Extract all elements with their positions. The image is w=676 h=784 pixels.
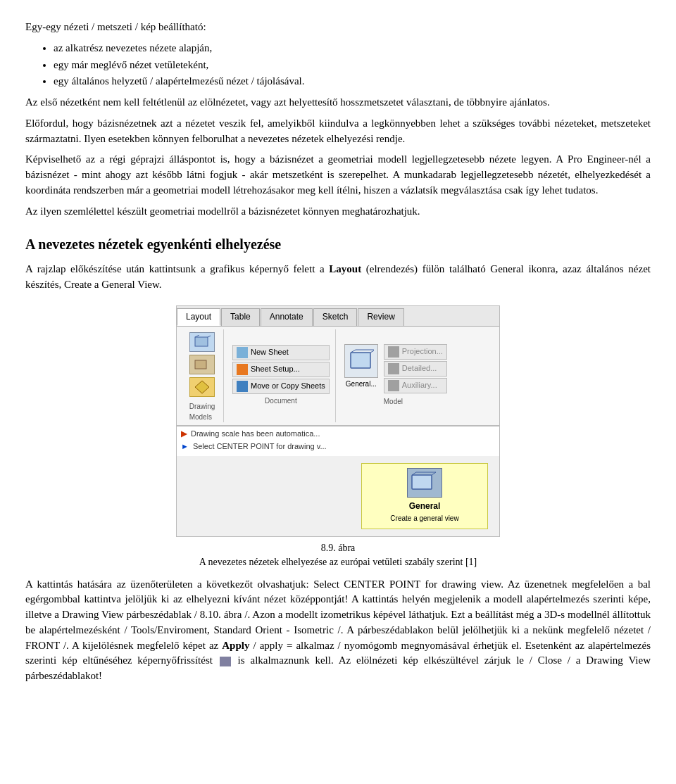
- general-popup: General Create a general view: [361, 463, 488, 529]
- figure-container: Layout Table Annotate Sketch Review: [25, 305, 651, 570]
- general-big-btn[interactable]: [344, 344, 378, 378]
- toolbar-body: DrawingModels New Sheet Sheet Setup...: [177, 327, 499, 426]
- general-label: General...: [346, 379, 377, 390]
- para1-text: A rajzlap előkészítése után kattintsunk …: [25, 263, 329, 274]
- projection-btn[interactable]: Projection...: [384, 344, 447, 360]
- detailed-icon: [388, 363, 399, 374]
- sheet-setup-icon: [237, 364, 248, 375]
- detailed-label: Detailed...: [402, 363, 437, 374]
- svg-rect-0: [195, 337, 208, 346]
- list-intro: Egy-egy nézeti / metszeti / kép beállíth…: [25, 20, 651, 35]
- status-text2: Select CENTER POINT for drawing v...: [193, 441, 327, 453]
- projection-icon: [388, 346, 399, 358]
- move-copy-icon: [237, 381, 248, 392]
- dm-svg3: [194, 380, 211, 394]
- tab-sketch[interactable]: Sketch: [313, 308, 358, 326]
- drawing-models-icons: [187, 329, 218, 400]
- tab-review[interactable]: Review: [358, 308, 403, 326]
- popup-area: General Create a general view: [177, 456, 499, 536]
- general-icon: [349, 348, 374, 374]
- list-item: egy általános helyzetű / alapértelmezésű…: [54, 74, 651, 89]
- section-heading: A nevezetes nézetek egyenkénti elhelyezé…: [25, 234, 651, 255]
- para3: Képviselhető az a régi géprajzi álláspon…: [25, 152, 651, 198]
- sheet-setup-label: Sheet Setup...: [251, 364, 300, 375]
- figure-image: Layout Table Annotate Sketch Review: [176, 305, 500, 537]
- svg-rect-9: [412, 475, 432, 489]
- model-general-row: General... Projection... Detailed...: [344, 344, 489, 407]
- svg-line-11: [432, 472, 436, 475]
- model-group: General... Projection... Detailed...: [339, 329, 495, 422]
- status-text1: Drawing scale has been automatica...: [191, 429, 320, 440]
- page-content: Egy-egy nézeti / metszeti / kép beállíth…: [25, 20, 651, 684]
- status-arrow1: ▶: [181, 429, 187, 440]
- svg-rect-5: [351, 353, 370, 368]
- list-item: egy már meglévő nézet vetületeként,: [54, 58, 651, 73]
- auxiliary-btn[interactable]: Auxiliary...: [384, 378, 447, 393]
- svg-line-7: [370, 350, 374, 353]
- refresh-icon: [220, 657, 231, 666]
- section-para2: A kattintás hatására az üzenőterületen a…: [25, 577, 651, 684]
- toolbar-tabs: Layout Table Annotate Sketch Review: [177, 306, 499, 327]
- document-buttons: New Sheet Sheet Setup... Move or Copy Sh…: [232, 345, 330, 394]
- projection-label: Projection...: [402, 346, 443, 358]
- status-row2: ► Select CENTER POINT for drawing v...: [181, 441, 495, 453]
- para4: Az ilyen szemlélettel készült geometriai…: [25, 204, 651, 220]
- new-sheet-label: New Sheet: [251, 347, 289, 358]
- move-copy-label: Move or Copy Sheets: [251, 381, 325, 392]
- para2: Előfordul, hogy bázisnézetnek azt a néze…: [25, 116, 651, 147]
- figure-caption-line1: 8.9. ábra: [199, 541, 477, 555]
- auxiliary-label: Auxiliary...: [402, 380, 437, 391]
- svg-line-2: [208, 335, 211, 337]
- drawing-models-label: DrawingModels: [189, 402, 215, 422]
- status-row1: ▶ Drawing scale has been automatica...: [181, 429, 495, 440]
- popup-label: General: [409, 500, 441, 512]
- general-section: General...: [344, 344, 378, 407]
- projection-group: Projection... Detailed... Auxiliary... M…: [384, 344, 447, 407]
- figure-caption: 8.9. ábra A nevezetes nézetek elhelyezés…: [199, 541, 477, 570]
- svg-marker-4: [195, 381, 209, 393]
- auxiliary-icon: [388, 380, 399, 391]
- dm-icon2: [189, 355, 215, 374]
- sheet-setup-btn[interactable]: Sheet Setup...: [232, 362, 330, 377]
- list-item: az alkatrész nevezetes nézete alapján,: [54, 41, 651, 56]
- popup-icon-svg: [411, 471, 439, 495]
- para1: Az első nézetként nem kell feltétlenül a…: [25, 95, 651, 110]
- para2-text: A kattintás hatására az üzenőterületen a…: [25, 578, 651, 666]
- dm-icon1: [189, 332, 215, 352]
- model-label: Model: [384, 397, 447, 407]
- dm-svg2: [194, 358, 211, 372]
- new-sheet-icon: [237, 347, 248, 358]
- document-group: New Sheet Sheet Setup... Move or Copy Sh…: [227, 329, 336, 422]
- detailed-btn[interactable]: Detailed...: [384, 361, 447, 377]
- popup-sublabel: Create a general view: [390, 514, 458, 524]
- svg-rect-3: [195, 360, 206, 369]
- popup-icon: [407, 468, 442, 498]
- dm-icon3: [189, 377, 215, 397]
- status-arrow2: ►: [181, 441, 189, 453]
- document-label: Document: [265, 396, 297, 407]
- dm-svg1: [194, 335, 211, 349]
- tab-table[interactable]: Table: [221, 308, 260, 326]
- section-para1: A rajzlap előkészítése után kattintsunk …: [25, 262, 651, 293]
- drawing-models-group: DrawingModels: [181, 329, 224, 422]
- new-sheet-btn[interactable]: New Sheet: [232, 345, 330, 360]
- move-copy-btn[interactable]: Move or Copy Sheets: [232, 379, 330, 394]
- status-bar: ▶ Drawing scale has been automatica... ►…: [177, 426, 499, 456]
- figure-caption-line2: A nevezetes nézetek elhelyezése az európ…: [199, 555, 477, 569]
- layout-bold: Layout: [329, 263, 361, 274]
- bullet-list: az alkatrész nevezetes nézete alapján, e…: [54, 41, 651, 89]
- tab-layout[interactable]: Layout: [177, 308, 220, 326]
- tab-annotate[interactable]: Annotate: [261, 308, 313, 326]
